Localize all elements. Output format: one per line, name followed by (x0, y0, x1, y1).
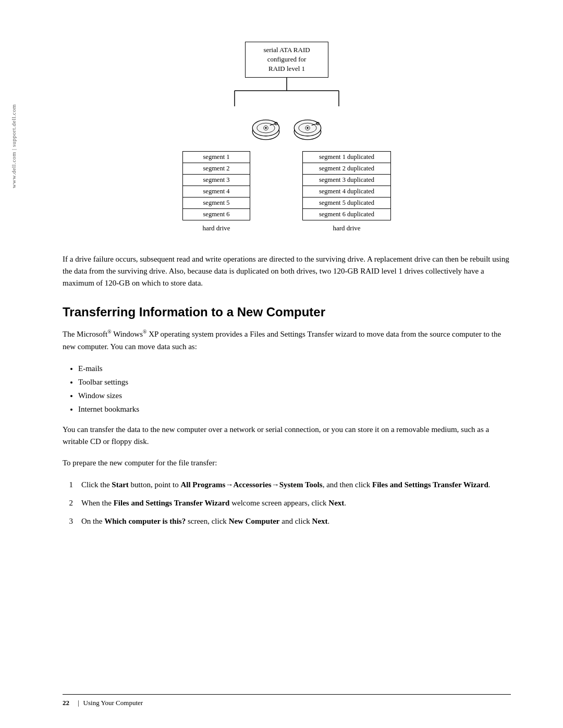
sidebar-text: www.dell.com | support.dell.com (10, 104, 17, 188)
segment-box-left-5: segment 5 (182, 197, 250, 209)
diagram-wrapper: serial ATA RAID configured for RAID leve… (182, 42, 391, 232)
hdd-labels: hard drive hard drive (182, 224, 391, 232)
segment-column-right: segment 1 duplicated segment 2 duplicate… (302, 151, 391, 220)
step-2-content: When the Files and Settings Transfer Wiz… (81, 497, 511, 509)
intro-text: The Microsoft® Windows® XP operating sys… (63, 330, 501, 350)
intro-paragraph: The Microsoft® Windows® XP operating sys… (63, 328, 511, 353)
segment-box-left-3: segment 3 (182, 174, 250, 186)
list-item-3: Window sizes (78, 389, 511, 402)
step-2-bold-wizard: Files and Settings Transfer Wizard (114, 499, 230, 507)
step-1: 1 Click the Start button, point to All P… (63, 479, 511, 491)
step-2: 2 When the Files and Settings Transfer W… (63, 497, 511, 509)
segment-box-left-4: segment 4 (182, 186, 250, 198)
svg-point-8 (265, 127, 266, 128)
svg-point-15 (307, 127, 308, 128)
segment-column-left: segment 1 segment 2 segment 3 segment 4 … (182, 151, 250, 220)
page-footer: 22 | Using Your Computer (63, 694, 511, 707)
step-1-content: Click the Start button, point to All Pro… (81, 479, 511, 491)
step-3-bold-which: Which computer is this? (104, 517, 186, 525)
step-1-number: 1 (63, 479, 73, 491)
segments-area: segment 1 segment 2 segment 3 segment 4 … (182, 151, 391, 220)
step-3: 3 On the Which computer is this? screen,… (63, 515, 511, 527)
segment-box-right-4: segment 4 duplicated (302, 186, 391, 198)
hdd-label-right: hard drive (302, 224, 391, 232)
diagram-section: serial ATA RAID configured for RAID leve… (63, 42, 511, 232)
segment-box-left-2: segment 2 (182, 163, 250, 175)
hdd-icon-right (292, 118, 323, 144)
footer-section: Using Your Computer (83, 699, 143, 707)
drives-row (250, 118, 323, 144)
connector-svg (182, 78, 391, 114)
segment-box-left-6: segment 6 (182, 208, 250, 220)
page-container: www.dell.com | support.dell.com serial A… (0, 0, 563, 728)
numbered-list: 1 Click the Start button, point to All P… (63, 479, 511, 528)
list-item-1: E-mails (78, 362, 511, 375)
step-1-bold-start: Start (112, 480, 129, 489)
transfer-paragraph: You can transfer the data to the new com… (63, 424, 511, 448)
raid-line3: RAID level 1 (268, 65, 305, 72)
segment-box-left-1: segment 1 (182, 151, 250, 163)
raid-label-box: serial ATA RAID configured for RAID leve… (245, 42, 328, 78)
step-2-number: 2 (63, 497, 73, 509)
raid-line2: configured for (267, 55, 307, 63)
list-item-4: Internet bookmarks (78, 403, 511, 415)
hdd-label-left: hard drive (182, 224, 250, 232)
hdd-icon-left (250, 118, 282, 144)
step-3-bold-next: Next (312, 517, 328, 525)
footer-divider: | (78, 699, 79, 707)
body-paragraph-1: If a drive failure occurs, subsequent re… (63, 253, 511, 290)
step-3-bold-new: New Computer (229, 517, 280, 525)
segment-box-right-5: segment 5 duplicated (302, 197, 391, 209)
segment-box-right-3: segment 3 duplicated (302, 174, 391, 186)
page-number: 22 (63, 699, 69, 707)
step-2-bold-next: Next (328, 499, 344, 507)
step-1-bold-wizard: Files and Settings Transfer Wizard (372, 480, 488, 489)
section-heading: Transferring Information to a New Comput… (63, 305, 511, 319)
prepare-intro: To prepare the new computer for the file… (63, 457, 511, 469)
raid-line1: serial ATA RAID (263, 46, 310, 54)
segment-box-right-2: segment 2 duplicated (302, 163, 391, 175)
segment-box-right-6: segment 6 duplicated (302, 208, 391, 220)
list-item-2: Toolbar settings (78, 376, 511, 388)
step-1-bold-programs: All Programs→Accessories→System Tools (180, 480, 322, 489)
segment-box-right-1: segment 1 duplicated (302, 151, 391, 163)
step-3-number: 3 (63, 515, 73, 527)
bullet-list: E-mails Toolbar settings Window sizes In… (78, 362, 511, 415)
step-3-content: On the Which computer is this? screen, c… (81, 515, 511, 527)
